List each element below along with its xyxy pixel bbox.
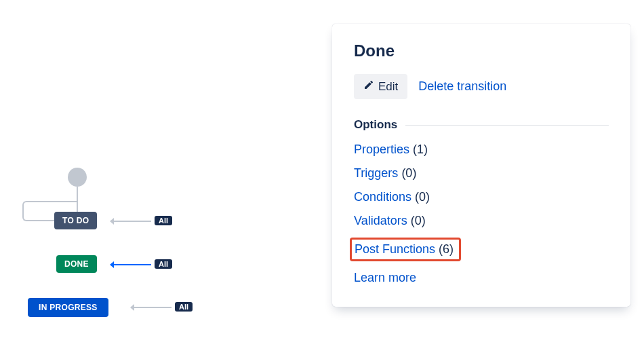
options-label: Options: [354, 118, 397, 132]
transition-arrow-done: [114, 264, 151, 265]
option-validators: Validators (0): [354, 214, 609, 228]
status-done[interactable]: DONE: [56, 255, 97, 273]
transition-badge-inprogress[interactable]: All: [175, 302, 193, 312]
learn-more-link[interactable]: Learn more: [354, 271, 416, 284]
status-in-progress[interactable]: IN PROGRESS: [28, 298, 108, 317]
options-header: Options: [354, 118, 609, 132]
transition-badge-todo[interactable]: All: [155, 216, 172, 225]
panel-title: Done: [354, 41, 609, 60]
workflow-start-connector: [77, 187, 78, 214]
edit-button[interactable]: Edit: [354, 74, 407, 99]
option-triggers: Triggers (0): [354, 166, 609, 181]
options-divider: [405, 125, 609, 126]
panel-actions: Edit Delete transition: [354, 74, 609, 99]
status-todo[interactable]: TO DO: [54, 212, 97, 229]
transition-arrow-todo: [114, 221, 151, 222]
post-functions-highlight: Post Functions (6): [350, 238, 461, 261]
triggers-count: (0): [401, 166, 416, 180]
post-functions-count: (6): [439, 242, 454, 256]
option-learn-more: Learn more: [354, 271, 609, 285]
post-functions-link[interactable]: Post Functions: [355, 242, 435, 256]
option-post-functions: Post Functions (6): [354, 238, 609, 261]
workflow-start-node[interactable]: [68, 168, 87, 187]
edit-button-label: Edit: [378, 80, 398, 94]
options-list: Properties (1) Triggers (0) Conditions (…: [354, 143, 609, 285]
properties-count: (1): [413, 143, 428, 156]
option-properties: Properties (1): [354, 143, 609, 157]
triggers-link[interactable]: Triggers: [354, 166, 398, 180]
validators-count: (0): [411, 214, 426, 227]
conditions-link[interactable]: Conditions: [354, 190, 411, 204]
option-conditions: Conditions (0): [354, 190, 609, 204]
pencil-icon: [363, 79, 374, 94]
transition-arrow-inprogress: [134, 307, 172, 308]
properties-link[interactable]: Properties: [354, 143, 409, 156]
workflow-canvas: TO DO All DONE All IN PROGRESS All: [0, 0, 319, 357]
conditions-count: (0): [415, 190, 430, 204]
transition-badge-done[interactable]: All: [155, 259, 172, 269]
validators-link[interactable]: Validators: [354, 214, 407, 227]
transition-panel: Done Edit Delete transition Options Prop…: [332, 24, 630, 307]
delete-transition-link[interactable]: Delete transition: [418, 79, 506, 94]
